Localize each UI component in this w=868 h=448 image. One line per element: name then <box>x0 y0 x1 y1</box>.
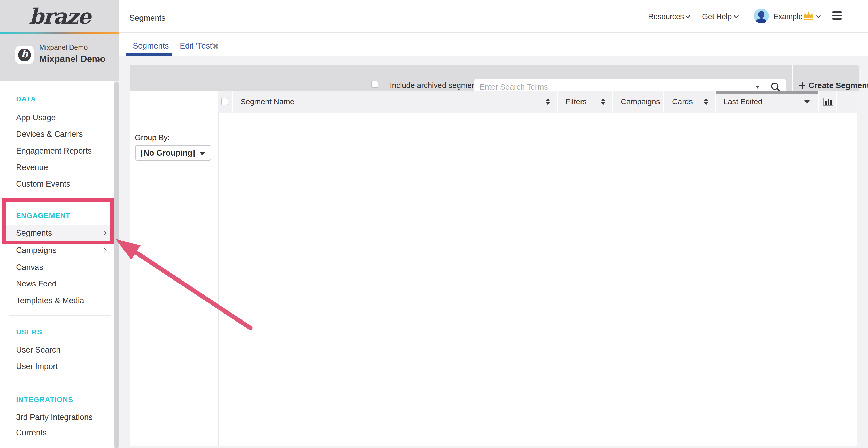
chart-icon <box>823 97 833 107</box>
workspace-company: Mixpanel Demo <box>39 43 88 51</box>
chevron-down-icon <box>734 13 739 18</box>
sidebar-item-revenue[interactable]: Revenue <box>16 162 48 173</box>
sidebar-section-users: USERS <box>16 327 42 337</box>
include-archived-checkbox[interactable] <box>371 81 378 88</box>
analytics-column-header[interactable] <box>819 91 836 112</box>
table-bottom-border <box>130 445 857 445</box>
sidebar: braze b Mixpanel Demo Mixpanel Demo DATA… <box>0 0 119 448</box>
chevron-down-icon[interactable] <box>816 13 821 18</box>
sort-icon <box>546 99 550 105</box>
chevron-down-icon <box>685 13 690 18</box>
group-by-panel: Group By: [No Grouping] <box>130 91 218 446</box>
plus-icon <box>799 82 805 89</box>
spacer-column-header <box>837 91 857 112</box>
sort-desc-icon <box>804 100 810 103</box>
group-by-value: [No Grouping] <box>141 148 195 158</box>
sidebar-item-engagement-reports[interactable]: Engagement Reports <box>16 145 92 157</box>
logo-block: braze <box>0 0 119 33</box>
group-by-select[interactable]: [No Grouping] <box>135 145 211 161</box>
sidebar-divider <box>9 382 111 382</box>
user-avatar[interactable] <box>754 8 769 24</box>
workspace-avatar: b <box>16 46 34 64</box>
page-title: Segments <box>129 13 165 23</box>
column-label: Cards <box>672 97 693 107</box>
workspace-block: b Mixpanel Demo Mixpanel Demo <box>0 34 119 81</box>
segments-table-header: Segment NameFiltersCampaignsCardsLast Ed… <box>218 91 857 112</box>
sidebar-item-user-import[interactable]: User Import <box>16 361 58 372</box>
sidebar-item-canvas[interactable]: Canvas <box>16 262 43 273</box>
sidebar-scrollbar-thumb[interactable] <box>115 82 119 448</box>
sidebar-section-data: DATA <box>16 94 36 104</box>
column-header-segment-name[interactable]: Segment Name <box>233 91 557 112</box>
dropdown-arrow-icon <box>199 152 205 156</box>
column-label: Segment Name <box>241 97 294 107</box>
braze-logo[interactable]: braze <box>0 2 119 30</box>
column-label: Campaigns <box>621 97 660 107</box>
top-bar: Segments Resources Get Help Example <box>119 0 868 33</box>
tab-segments[interactable]: Segments <box>133 41 169 51</box>
column-header-cards[interactable]: Cards <box>664 91 715 112</box>
sidebar-item-devices-carriers[interactable]: Devices & Carriers <box>16 129 83 140</box>
braze-dashboard: Segments Resources Get Help Example Segm… <box>0 0 868 448</box>
person-icon <box>758 11 765 18</box>
hamburger-menu-icon[interactable] <box>832 11 842 21</box>
sidebar-item-custom-events[interactable]: Custom Events <box>16 178 70 190</box>
group-by-label: Group By: <box>135 132 170 143</box>
sidebar-item-3rd-party-integrations[interactable]: 3rd Party Integrations <box>16 412 92 423</box>
column-header-last-edited[interactable]: Last Edited <box>716 91 818 112</box>
search-dropdown-caret-icon[interactable] <box>755 86 760 89</box>
user-name[interactable]: Example <box>773 12 803 21</box>
include-archived-label[interactable]: Include archived segments <box>390 80 482 91</box>
column-header-filters[interactable]: Filters <box>558 91 612 112</box>
sidebar-item-app-usage[interactable]: App Usage <box>16 112 56 123</box>
workspace-avatar-letter: b <box>16 48 34 60</box>
get-help-menu[interactable]: Get Help <box>702 12 732 21</box>
sort-icon <box>601 99 605 105</box>
tab-edit-test[interactable]: Edit 'Test' <box>180 41 214 51</box>
main-content: Include archived segments Create Segment… <box>119 56 868 448</box>
select-all-cell <box>218 91 232 112</box>
column-header-campaigns: Campaigns <box>613 91 663 112</box>
column-label: Filters <box>565 97 587 107</box>
sidebar-item-user-search[interactable]: User Search <box>16 344 60 356</box>
segments-toolbar: Include archived segments Create Segment <box>130 65 859 91</box>
tab-bar: Segments Edit 'Test' ✖ <box>119 33 868 56</box>
sidebar-section-integrations: INTEGRATIONS <box>16 394 73 405</box>
sort-icon <box>704 99 708 105</box>
sidebar-item-segments[interactable]: Segments <box>16 227 52 239</box>
select-all-checkbox[interactable] <box>221 98 228 105</box>
column-label: Last Edited <box>723 97 762 107</box>
sidebar-item-news-feed[interactable]: News Feed <box>16 278 57 289</box>
sidebar-divider <box>9 315 111 316</box>
toolbar-divider <box>792 65 793 91</box>
sorted-column-indicator <box>716 91 818 94</box>
close-tab-icon[interactable]: ✖ <box>212 42 219 51</box>
active-tab-underline <box>126 54 172 56</box>
crown-icon <box>803 11 814 21</box>
sidebar-item-currents[interactable]: Currents <box>16 427 47 439</box>
segments-table-body <box>219 113 857 446</box>
sidebar-section-engagement: ENGAGEMENT <box>16 211 70 221</box>
sidebar-item-campaigns[interactable]: Campaigns <box>16 245 57 256</box>
chevron-right-icon <box>102 248 107 253</box>
resources-menu[interactable]: Resources <box>648 12 684 21</box>
sidebar-item-templates-media[interactable]: Templates & Media <box>16 295 84 306</box>
